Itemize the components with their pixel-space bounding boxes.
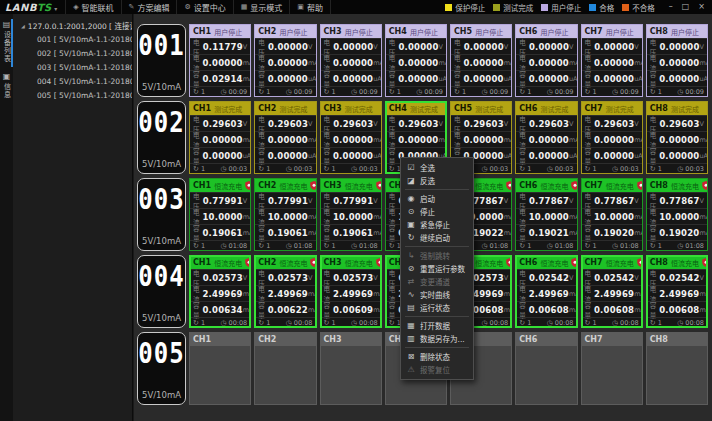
field-value: 0.77991 [203,196,243,206]
channel-panel[interactable]: CH3用户停止电压0.00000V电流0.00000mA容量0.00000uAh… [320,24,382,97]
channel-panel[interactable]: CH2 [254,332,316,405]
device-display[interactable]: 0015V/10mA [137,24,186,97]
context-menu-item[interactable]: ◉启动 [401,192,473,205]
field-unit: mA [438,136,447,144]
loop-icon: ↻ [519,88,525,96]
channel-panel[interactable]: CH2恒流充电电压0.77991V电流10.0000mA容量0.19061mAh… [254,178,316,251]
field-unit: V [243,120,247,128]
channel-panel[interactable]: CH8用户停止电压0.00000V电流0.00000mA容量0.00000uAh… [646,24,708,97]
close-button[interactable]: × [698,3,705,11]
context-menu-item: ↳强制跳转 [401,249,473,262]
channel-footer: ↻1◷00:08 [647,317,707,327]
device-display[interactable]: 0055V/10mA [137,332,186,405]
loop-count: 1 [592,88,596,96]
channel-panel[interactable]: CH6恒流充电电压0.02542V电流2.49969mA容量0.00608mAh… [515,255,577,328]
context-menu-item[interactable]: ☑全选 [401,161,473,174]
channel-name: CH2 [258,335,276,344]
channel-panel[interactable]: CH7恒流充电电压0.77867V电流10.0000mA容量0.19020mAh… [581,178,643,251]
channel-panel[interactable]: CH8恒流充电电压0.77867V电流10.0000mA容量0.19020mAh… [646,178,708,251]
channel-panel[interactable]: CH1用户停止电压0.11779V电流0.00000mA容量0.02914mAh… [189,24,251,97]
loop-icon: ↻ [585,165,591,173]
tree-node-device[interactable]: 003 [ 5V/10mA-1.1-20180501003 ] [13,61,132,75]
context-menu-item[interactable]: ⊠删除状态 [401,350,473,363]
channel-status: 恒流充电 [214,258,242,268]
device-display[interactable]: 0045V/10mA [137,255,186,328]
sidebar-tab-1[interactable]: ▣信息 [0,69,13,105]
channel-panel[interactable]: CH7恒流充电电压0.02542V电流2.49969mA容量0.00608mAh… [581,255,643,328]
channel-panel[interactable]: CH8 [646,332,708,405]
app-logo[interactable]: LANB TS ▾ [5,2,57,13]
channel-panel[interactable]: CH6 [515,332,577,405]
context-menu-item[interactable]: ▦打开数据 [401,319,473,332]
context-menu-item[interactable]: ▥数据另存为... [401,332,473,345]
device-display[interactable]: 0035V/10mA [137,178,186,251]
channel-panel[interactable]: CH3恒流充电电压0.02573V电流2.49969mA容量0.00609mAh… [320,255,382,328]
context-menu-item[interactable]: ▣紧急停止 [401,218,473,231]
protection-shield-icon [702,181,708,190]
field-value: 0.77991 [333,196,373,206]
channel-panel[interactable]: CH6恒流充电电压0.77867V电流10.0000mA容量0.19021mAh… [515,178,577,251]
channel-capacity-row: 容量0.00608mAh [647,301,707,317]
channel-panel[interactable]: CH3测试完成电压0.29603V电流0.00000mA容量0.00000uAh… [320,101,382,174]
menu-separator [405,347,469,348]
menu-separator [405,316,469,317]
channel-footer: ↻1◷00:03 [255,163,315,173]
menu-item-1[interactable]: ✎方案编辑 [121,0,177,14]
channel-panel[interactable]: CH7 [581,332,643,405]
menu-item-label: 智能联机 [82,2,114,13]
channel-panel[interactable]: CH1 [189,332,251,405]
channel-footer: ↻1◷00:09 [647,86,707,96]
channel-panel[interactable]: CH8测试完成电压0.29603V电流0.00000mA容量0.00000uAh… [646,101,708,174]
tree-root-device[interactable]: ◢127.0.0.1:2001,2000 [ 连接设备5 台 ] [13,19,132,33]
menu-item-3[interactable]: ▦显示模式 [233,0,290,14]
context-menu-item[interactable]: ⊘重置运行参数 [401,262,473,275]
context-menu-item[interactable]: ↻继续启动 [401,231,473,244]
menu-item-0[interactable]: ◈智能联机 [65,0,120,14]
protection-shield-icon [310,258,316,267]
channel-panel[interactable]: CH7用户停止电压0.00000V电流0.00000mA容量0.00000uAh… [581,24,643,97]
field-value: 0.29603 [333,119,373,129]
field-unit: mA [373,290,382,298]
channel-header: CH1 [190,333,250,346]
sidebar-tab-0[interactable]: ▤设备列表 [0,17,13,69]
menu-item-4[interactable]: ▣帮助 [289,0,331,14]
context-menu-item[interactable]: ⊙停止 [401,205,473,218]
legend-item: 用户停止 [541,2,581,13]
channel-panel[interactable]: CH1恒流充电电压0.02573V电流2.49969mA容量0.00634mAh… [189,255,251,328]
channel-panel[interactable]: CH1测试完成电压0.29603V电流0.00000mA容量0.00000uAh… [189,101,251,174]
device-display[interactable]: 0025V/10mA [137,101,186,174]
device-spec-label: 5V/10mA [142,313,181,323]
channel-panel[interactable]: CH2恒流充电电压0.02573V电流2.49969mA容量0.00622mAh… [254,255,316,328]
channel-panel[interactable]: CH4用户停止电压0.00000V电流0.00000mA容量0.00000uAh… [385,24,447,97]
channel-panel[interactable]: CH8恒流充电电压0.02542V电流2.49969mA容量0.00608mAh… [646,255,708,328]
protection-shield-icon [245,258,251,267]
tree-node-device[interactable]: 002 [ 5V/10mA-1.1-20180501002 ] [13,47,132,61]
field-value: 10.0000 [594,212,634,222]
context-menu-item[interactable]: ∿实时曲线 [401,288,473,301]
context-menu: ☑全选◪反选◉启动⊙停止▣紧急停止↻继续启动↳强制跳转⊘重置运行参数⇄变更通道∿… [400,157,474,380]
tree-node-device[interactable]: 004 [ 5V/10mA-1.1-20180501004 ] [13,75,132,89]
channel-panel[interactable]: CH7测试完成电压0.29603V电流0.00000mA容量0.00000uAh… [581,101,643,174]
channel-panel[interactable]: CH5用户停止电压0.00000V电流0.00000mA容量0.00000uAh… [450,24,512,97]
channel-name: CH8 [650,27,668,36]
minimize-button[interactable]: – [669,3,673,11]
menu-item-2[interactable]: ⚙设置中心 [176,0,232,14]
channel-panel[interactable]: CH2用户停止电压0.00000V电流0.00000mA容量0.00000uAh… [254,24,316,97]
tree-node-device[interactable]: 005 [ 5V/10mA-1.1-20180501005 ] [13,89,132,103]
field-unit: V [308,197,312,205]
channel-panel[interactable]: CH2测试完成电压0.29603V电流0.00000mA容量0.00000uAh… [254,101,316,174]
maximize-button[interactable]: □ [682,3,690,11]
channel-panel[interactable]: CH6用户停止电压0.00000V电流0.00000mA容量0.00000uAh… [515,24,577,97]
channel-panel[interactable]: CH3恒流充电电压0.77991V电流10.0000mA容量0.19061mAh… [320,178,382,251]
field-value: 2.49969 [529,289,569,299]
context-menu-item[interactable]: ▤运行状态 [401,301,473,314]
loop-icon: ↻ [193,165,199,173]
channel-panel[interactable]: CH6测试完成电压0.29603V电流0.00000mA容量0.00000uAh… [515,101,577,174]
channel-panel[interactable]: CH1恒流充电电压0.77991V电流10.0000mA容量0.19061mAh… [189,178,251,251]
field-unit: V [308,120,312,128]
channel-panel[interactable]: CH3 [320,332,382,405]
tree-node-device[interactable]: 001 [ 5V/10mA-1.1-20180501001 ] [13,33,132,47]
tree-expander-icon[interactable]: ◢ [21,23,25,29]
context-menu-item[interactable]: ◪反选 [401,174,473,187]
field-value: 0.02573 [268,273,308,283]
